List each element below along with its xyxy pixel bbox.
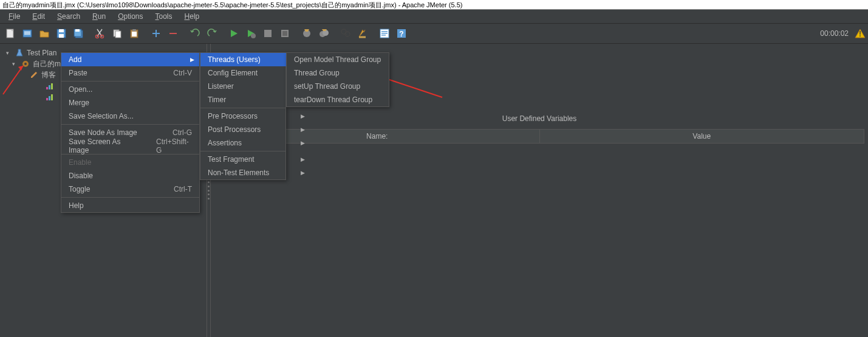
paste-icon[interactable]	[126, 26, 142, 41]
menu-edit[interactable]: Edit	[26, 10, 51, 23]
menu-add[interactable]: Add▶	[61, 53, 199, 66]
chevron-down-icon[interactable]: ▾	[12, 61, 18, 67]
warning-icon[interactable]: !	[855, 28, 866, 39]
svg-rect-38	[46, 98, 48, 100]
svg-rect-16	[132, 32, 137, 36]
menu-preprocessors[interactable]: Pre Processors▶	[200, 109, 310, 123]
menu-teardown-thread-group[interactable]: tearDown Thread Group	[287, 93, 396, 106]
search-icon[interactable]	[338, 26, 354, 41]
svg-rect-6	[59, 34, 64, 38]
undo-icon[interactable]	[187, 26, 203, 41]
svg-point-34	[24, 63, 27, 65]
svg-rect-39	[49, 96, 50, 100]
tree-node-1-label: 自己的m	[33, 59, 61, 69]
menu-options[interactable]: Options	[112, 10, 149, 23]
svg-point-17	[251, 33, 256, 38]
svg-rect-2	[24, 32, 30, 33]
svg-rect-36	[49, 85, 50, 89]
save-all-icon[interactable]	[70, 26, 86, 41]
menu-nontest[interactable]: Non-Test Elements▶	[200, 166, 310, 179]
svg-rect-13	[115, 31, 121, 38]
submenu-threads: Open Model Thread Group Thread Group set…	[286, 52, 389, 107]
gear-icon	[21, 59, 30, 69]
menu-merge[interactable]: Merge	[61, 96, 199, 109]
menu-setup-thread-group[interactable]: setUp Thread Group	[287, 80, 396, 93]
svg-rect-40	[51, 94, 53, 100]
svg-rect-20	[282, 31, 287, 36]
menu-help[interactable]: Help	[61, 199, 199, 212]
pencil-icon	[29, 70, 39, 80]
svg-rect-9	[75, 29, 80, 32]
clear-all-icon[interactable]	[316, 26, 332, 41]
toolbar: ? 00:00:02 !	[0, 24, 868, 44]
menu-run[interactable]: Run	[86, 10, 112, 23]
window-titlebar: 自己的myadmin项目.jmx (C:\Users\lmo1098\Downl…	[0, 0, 868, 10]
menu-toggle[interactable]: ToggleCtrl-T	[61, 182, 199, 196]
shutdown-icon[interactable]	[277, 26, 293, 41]
column-value[interactable]: Value	[540, 130, 864, 143]
menu-assertions[interactable]: Assertions▶	[200, 136, 310, 150]
svg-rect-35	[46, 87, 48, 89]
submenu-add: Threads (Users)▶ Config Element▶ Listene…	[200, 52, 286, 180]
save-icon[interactable]	[53, 26, 69, 41]
start-no-icon[interactable]	[243, 26, 259, 41]
menu-file[interactable]: File	[2, 10, 26, 23]
stop-icon[interactable]	[260, 26, 276, 41]
svg-text:?: ?	[399, 30, 403, 38]
menu-paste[interactable]: PasteCtrl-V	[61, 66, 199, 80]
function-helper-icon[interactable]	[377, 26, 392, 41]
menu-enable: Enable	[61, 156, 199, 169]
clear-icon[interactable]	[299, 26, 315, 41]
menu-disable[interactable]: Disable	[61, 169, 199, 182]
svg-rect-18	[264, 30, 272, 37]
new-icon[interactable]	[2, 26, 18, 41]
result-icon	[45, 92, 55, 102]
beaker-icon	[15, 48, 24, 58]
menu-save-selection[interactable]: Save Selection As...	[61, 109, 199, 123]
tree-node-2-label: 博客	[41, 70, 56, 80]
menu-open-model-thread-group[interactable]: Open Model Thread Group	[287, 53, 396, 66]
menu-thread-group[interactable]: Thread Group	[287, 66, 396, 80]
context-menu: Add▶ PasteCtrl-V Open... Merge Save Sele…	[61, 52, 200, 213]
svg-rect-27	[381, 31, 388, 32]
svg-rect-28	[381, 33, 388, 34]
chevron-down-icon[interactable]: ▾	[6, 50, 12, 56]
tree-root-label: Test Plan	[27, 49, 56, 57]
remove-icon[interactable]	[165, 26, 181, 41]
result-icon	[45, 81, 55, 91]
menu-help[interactable]: Help	[179, 10, 206, 23]
svg-text:!: !	[859, 30, 861, 38]
menu-search[interactable]: Search	[51, 10, 86, 23]
menu-fragment[interactable]: Test Fragment▶	[200, 153, 310, 166]
menu-postprocessors[interactable]: Post Processors▶	[200, 123, 310, 136]
menubar: File Edit Search Run Options Tools Help	[0, 10, 868, 24]
menu-open[interactable]: Open...	[61, 83, 199, 96]
menu-tools[interactable]: Tools	[149, 10, 179, 23]
redo-icon[interactable]	[204, 26, 220, 41]
elapsed-timer: 00:00:02	[820, 29, 849, 38]
menu-save-screen[interactable]: Save Screen As ImageCtrl+Shift-G	[61, 139, 199, 153]
open-icon[interactable]	[36, 26, 52, 41]
svg-point-25	[345, 32, 350, 36]
svg-rect-37	[51, 83, 53, 89]
copy-icon[interactable]	[109, 26, 125, 41]
svg-rect-15	[132, 29, 136, 31]
svg-rect-29	[381, 35, 386, 36]
templates-icon[interactable]	[19, 26, 35, 41]
help-icon[interactable]: ?	[394, 26, 409, 41]
add-icon[interactable]	[148, 26, 164, 41]
cut-icon[interactable]	[92, 26, 108, 41]
reset-search-icon[interactable]	[355, 26, 371, 41]
start-icon[interactable]	[226, 26, 242, 41]
svg-rect-3	[24, 33, 30, 35]
table-header: Name: Value	[214, 129, 864, 144]
svg-rect-5	[59, 29, 64, 32]
